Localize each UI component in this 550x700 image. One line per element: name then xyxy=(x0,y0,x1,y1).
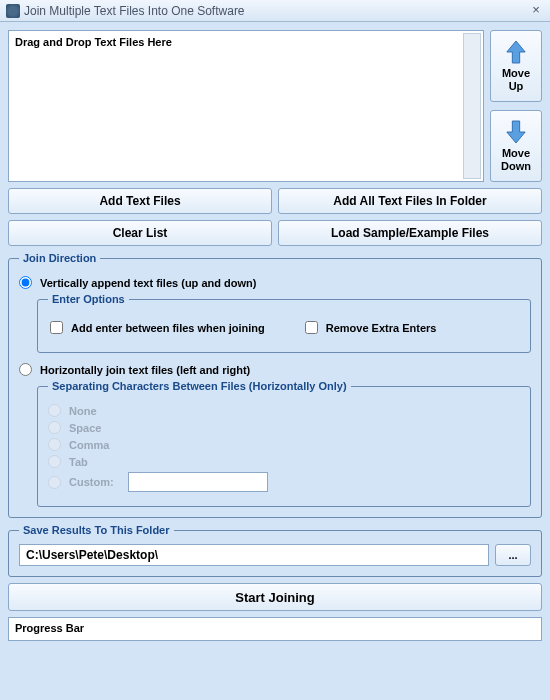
sep-comma-radio xyxy=(48,438,61,451)
enter-options-checks: Add enter between files when joining Rem… xyxy=(48,313,520,342)
save-row: ... xyxy=(19,544,531,566)
move-down-button[interactable]: Move Down xyxy=(490,110,542,182)
sep-none-radio xyxy=(48,404,61,417)
sep-tab-row: Tab xyxy=(48,455,520,468)
progress-label: Progress Bar xyxy=(15,622,84,634)
remove-extra-label: Remove Extra Enters xyxy=(326,322,437,334)
enter-options-group: Enter Options Add enter between files wh… xyxy=(37,293,531,353)
join-direction-group: Join Direction Vertically append text fi… xyxy=(8,252,542,518)
sep-custom-radio xyxy=(48,476,61,489)
sep-custom-row: Custom: xyxy=(48,472,520,492)
save-folder-legend: Save Results To This Folder xyxy=(19,524,174,536)
enter-options-legend: Enter Options xyxy=(48,293,129,305)
file-list[interactable]: Drag and Drop Text Files Here xyxy=(8,30,484,182)
add-enter-label: Add enter between files when joining xyxy=(71,322,265,334)
save-folder-group: Save Results To This Folder ... xyxy=(8,524,542,577)
vertical-radio[interactable] xyxy=(19,276,32,289)
close-button[interactable]: × xyxy=(528,3,544,19)
window-title: Join Multiple Text Files Into One Softwa… xyxy=(24,4,528,18)
file-list-placeholder: Drag and Drop Text Files Here xyxy=(15,36,172,48)
move-up-label: Move Up xyxy=(502,67,530,93)
vertical-radio-label: Vertically append text files (up and dow… xyxy=(40,277,256,289)
vertical-radio-row[interactable]: Vertically append text files (up and dow… xyxy=(19,276,531,289)
add-enter-row[interactable]: Add enter between files when joining xyxy=(50,321,265,334)
sep-custom-label: Custom: xyxy=(69,476,114,488)
sep-none-label: None xyxy=(69,405,97,417)
load-sample-button[interactable]: Load Sample/Example Files xyxy=(278,220,542,246)
content-area: Drag and Drop Text Files Here Move Up Mo… xyxy=(0,22,550,649)
sep-comma-label: Comma xyxy=(69,439,109,451)
sep-space-label: Space xyxy=(69,422,101,434)
progress-bar: Progress Bar xyxy=(8,617,542,641)
button-row-1: Add Text Files Add All Text Files In Fol… xyxy=(8,188,542,214)
move-down-label: Move Down xyxy=(501,147,531,173)
join-direction-legend: Join Direction xyxy=(19,252,100,264)
add-folder-button[interactable]: Add All Text Files In Folder xyxy=(278,188,542,214)
remove-extra-row[interactable]: Remove Extra Enters xyxy=(305,321,437,334)
save-path-input[interactable] xyxy=(19,544,489,566)
arrow-down-icon xyxy=(505,119,527,145)
button-row-2: Clear List Load Sample/Example Files xyxy=(8,220,542,246)
add-text-files-button[interactable]: Add Text Files xyxy=(8,188,272,214)
separator-legend: Separating Characters Between Files (Hor… xyxy=(48,380,351,392)
horizontal-radio[interactable] xyxy=(19,363,32,376)
arrow-up-icon xyxy=(505,39,527,65)
horizontal-radio-row[interactable]: Horizontally join text files (left and r… xyxy=(19,363,531,376)
top-row: Drag and Drop Text Files Here Move Up Mo… xyxy=(8,30,542,182)
start-joining-button[interactable]: Start Joining xyxy=(8,583,542,611)
remove-extra-checkbox[interactable] xyxy=(305,321,318,334)
clear-list-button[interactable]: Clear List xyxy=(8,220,272,246)
titlebar: Join Multiple Text Files Into One Softwa… xyxy=(0,0,550,22)
add-enter-checkbox[interactable] xyxy=(50,321,63,334)
move-up-button[interactable]: Move Up xyxy=(490,30,542,102)
sep-tab-radio xyxy=(48,455,61,468)
sep-comma-row: Comma xyxy=(48,438,520,451)
horizontal-radio-label: Horizontally join text files (left and r… xyxy=(40,364,250,376)
sep-custom-input xyxy=(128,472,268,492)
sep-tab-label: Tab xyxy=(69,456,88,468)
sep-none-row: None xyxy=(48,404,520,417)
separator-options-group: Separating Characters Between Files (Hor… xyxy=(37,380,531,507)
app-icon xyxy=(6,4,20,18)
move-column: Move Up Move Down xyxy=(490,30,542,182)
sep-space-row: Space xyxy=(48,421,520,434)
sep-space-radio xyxy=(48,421,61,434)
browse-button[interactable]: ... xyxy=(495,544,531,566)
